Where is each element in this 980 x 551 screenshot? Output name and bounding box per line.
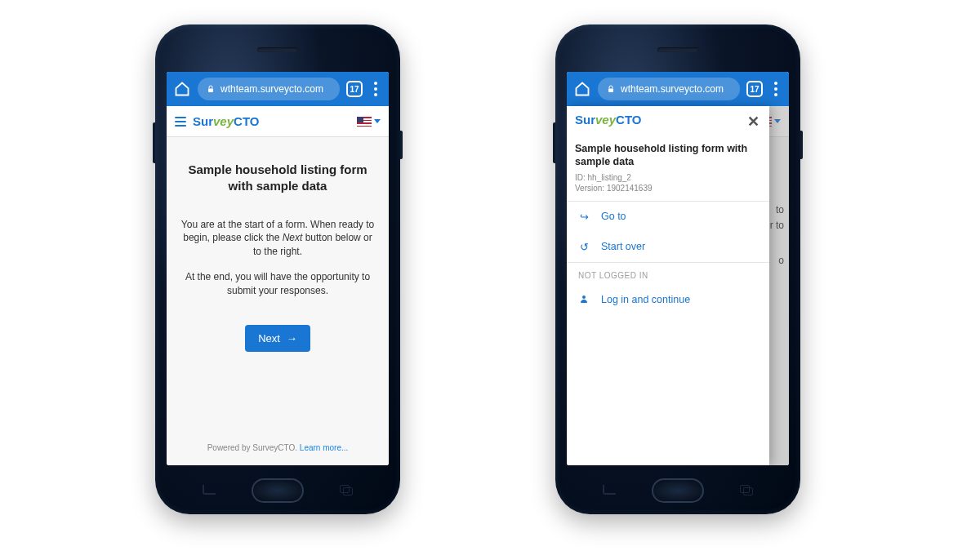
share-arrow-icon: ↪ <box>578 211 590 223</box>
svg-rect-0 <box>208 89 213 93</box>
drawer-item-label: Start over <box>601 241 645 252</box>
drawer-item-label: Go to <box>601 211 626 222</box>
next-button[interactable]: Next → <box>245 325 310 352</box>
back-softkey <box>340 485 353 495</box>
tab-count-button[interactable]: 17 <box>346 81 363 97</box>
language-selector[interactable] <box>357 117 381 127</box>
svg-point-2 <box>582 295 586 299</box>
screen-left: wthteam.surveycto.com 17 SurveyCTO Sampl… <box>167 72 389 465</box>
url-bar[interactable]: wthteam.surveycto.com <box>198 78 340 100</box>
arrow-right-icon: → <box>287 332 297 344</box>
browser-home-button[interactable] <box>573 80 591 98</box>
logo-part-2: vey <box>213 114 234 128</box>
close-drawer-button[interactable]: ✕ <box>747 113 761 129</box>
form-title: Sample household listing form with sampl… <box>178 162 377 195</box>
user-icon <box>578 294 590 306</box>
volume-button <box>553 122 555 163</box>
phone-mockup-left: wthteam.surveycto.com 17 SurveyCTO Sampl… <box>155 24 400 514</box>
lock-icon <box>606 84 616 94</box>
logo-part-1: Sur <box>575 113 595 127</box>
home-button <box>252 478 304 503</box>
menu-button[interactable] <box>175 117 186 127</box>
recent-apps-softkey <box>603 485 616 495</box>
intro-text-next-italic: Next <box>283 232 303 243</box>
tab-count-button[interactable]: 17 <box>746 81 763 97</box>
recent-apps-softkey <box>203 485 216 495</box>
drawer-form-title: Sample household listing form with sampl… <box>575 142 761 169</box>
tab-count-value: 17 <box>750 85 759 94</box>
next-button-label: Next <box>258 332 280 344</box>
browser-toolbar: wthteam.surveycto.com 17 <box>567 72 789 106</box>
home-icon <box>574 81 590 97</box>
tab-count-value: 17 <box>350 85 359 94</box>
undo-icon: ↺ <box>578 241 590 253</box>
drawer-item-label: Log in and continue <box>601 294 690 305</box>
url-bar[interactable]: wthteam.surveycto.com <box>598 78 740 100</box>
browser-menu-button[interactable] <box>769 82 782 96</box>
app-header: SurveyCTO <box>167 106 389 137</box>
drawer-item-login[interactable]: Log in and continue <box>567 285 769 315</box>
volume-button <box>153 122 155 163</box>
drawer-form-version: Version: 1902141639 <box>575 183 761 194</box>
power-button <box>400 131 403 159</box>
learn-more-link[interactable]: Learn more... <box>300 443 348 452</box>
url-text: wthteam.surveycto.com <box>621 83 724 95</box>
svg-rect-1 <box>608 89 613 93</box>
footer-text: Powered by SurveyCTO. <box>207 443 300 452</box>
browser-menu-button[interactable] <box>369 82 382 96</box>
lock-icon <box>206 84 216 94</box>
browser-toolbar: wthteam.surveycto.com 17 <box>167 72 389 106</box>
drawer-header: SurveyCTO ✕ <box>567 106 769 134</box>
app-logo: SurveyCTO <box>575 113 747 127</box>
logo-part-3: CTO <box>234 114 259 128</box>
intro-paragraph-2: At the end, you will have the opportunit… <box>178 270 377 298</box>
drawer-item-goto[interactable]: ↪ Go to <box>567 202 769 232</box>
footer: Powered by SurveyCTO. Learn more... <box>178 443 377 457</box>
logo-part-3: CTO <box>616 113 641 127</box>
logo-part-1: Sur <box>193 114 213 128</box>
home-icon <box>174 81 190 97</box>
side-drawer: SurveyCTO ✕ Sample household listing for… <box>567 106 769 465</box>
back-softkey <box>740 485 753 495</box>
url-text: wthteam.surveycto.com <box>220 83 323 95</box>
phone-mockup-right: wthteam.surveycto.com 17 to r to o <box>555 24 800 514</box>
drawer-title-block: Sample household listing form with sampl… <box>567 134 769 202</box>
browser-home-button[interactable] <box>173 80 191 98</box>
app-logo: SurveyCTO <box>193 114 259 128</box>
logo-part-2: vey <box>595 113 616 127</box>
form-content: Sample household listing form with sampl… <box>167 137 389 465</box>
drawer-section-not-logged-in: NOT LOGGED IN <box>567 263 769 285</box>
drawer-form-id: ID: hh_listing_2 <box>575 172 761 184</box>
flag-us-icon <box>357 117 372 127</box>
drawer-item-startover[interactable]: ↺ Start over <box>567 232 769 263</box>
intro-paragraph-1: You are at the start of a form. When rea… <box>178 218 377 259</box>
home-button <box>652 478 704 503</box>
screen-right: wthteam.surveycto.com 17 to r to o <box>567 72 789 465</box>
power-button <box>800 131 803 159</box>
chevron-down-icon <box>374 119 381 123</box>
